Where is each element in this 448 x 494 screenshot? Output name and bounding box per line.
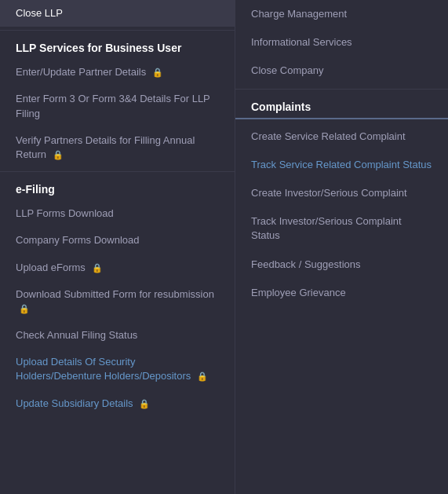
check-annual-filing-status-item[interactable]: Check Annual Filing Status	[0, 322, 235, 349]
llp-forms-download-item[interactable]: LLP Forms Download	[0, 200, 235, 227]
track-service-complaint-item[interactable]: Track Service Related Complaint Status	[235, 151, 448, 179]
divider-1	[0, 30, 235, 31]
left-panel: Close LLP LLP Services for Business User…	[0, 0, 235, 494]
lock-icon-2: 🔒	[53, 149, 64, 161]
lock-icon-5: 🔒	[197, 371, 208, 382]
lock-icon-6: 🔒	[139, 398, 150, 410]
upload-eforms-item[interactable]: Upload eForms 🔒	[0, 254, 235, 281]
create-service-complaint-item[interactable]: Create Service Related Complaint	[235, 123, 448, 151]
enter-form3-item[interactable]: Enter Form 3 Or Form 3&4 Details For LLP…	[0, 86, 235, 126]
feedback-suggestions-item[interactable]: Feedback / Suggestions	[235, 251, 448, 279]
employee-grievance-item[interactable]: Employee Grievance	[235, 279, 448, 307]
close-company-item[interactable]: Close Company	[235, 57, 448, 85]
create-investor-complaint-item[interactable]: Create Investor/Serious Complaint	[235, 179, 448, 207]
lock-icon-1: 🔒	[152, 67, 163, 79]
efiling-header: e-Filing	[0, 175, 235, 200]
complaints-header: Complaints	[235, 93, 448, 119]
lock-icon-4: 🔒	[19, 303, 30, 315]
divider-right-1	[235, 89, 448, 90]
enter-update-partner-details-item[interactable]: Enter/Update Partner Details 🔒	[0, 59, 235, 86]
lock-icon-3: 🔒	[92, 262, 103, 274]
charge-management-item[interactable]: Charge Management	[235, 0, 448, 28]
close-llp-item[interactable]: Close LLP	[0, 0, 235, 27]
informational-services-item[interactable]: Informational Services	[235, 28, 448, 57]
upload-security-holders-item[interactable]: Upload Details Of Security Holders/Deben…	[0, 349, 235, 390]
company-forms-download-item[interactable]: Company Forms Download	[0, 227, 235, 254]
verify-partners-item[interactable]: Verify Partners Details for Filling Annu…	[0, 127, 235, 168]
track-investor-complaint-item[interactable]: Track Investor/Serious Complaint Status	[235, 207, 448, 250]
update-subsidiary-details-item[interactable]: Update Subsidiary Details 🔒	[0, 390, 235, 417]
right-panel: Charge Management Informational Services…	[235, 0, 448, 494]
download-submitted-form-item[interactable]: Download Submitted Form for resubmission…	[0, 281, 235, 322]
divider-2	[0, 171, 235, 172]
llp-services-header: LLP Services for Business User	[0, 34, 235, 59]
